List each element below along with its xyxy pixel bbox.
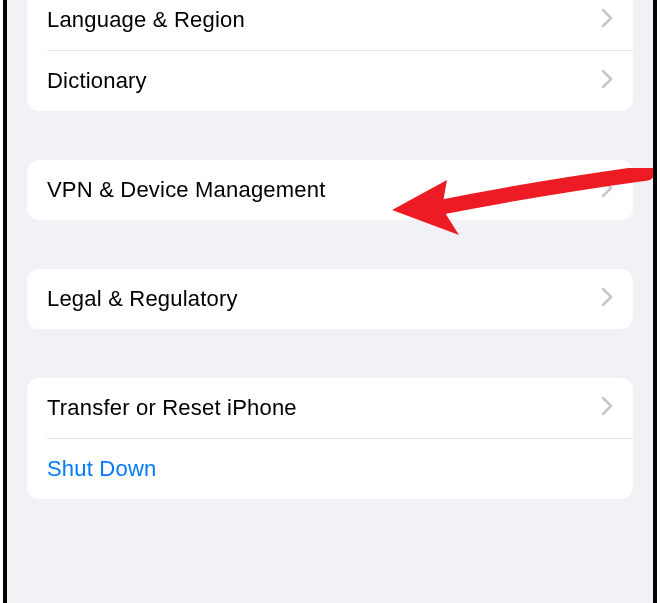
group-spacer bbox=[27, 111, 633, 160]
row-label: VPN & Device Management bbox=[47, 177, 326, 203]
chevron-right-icon bbox=[601, 287, 613, 311]
settings-group-legal: Legal & Regulatory bbox=[27, 269, 633, 329]
group-spacer bbox=[27, 329, 633, 378]
group-spacer bbox=[27, 220, 633, 269]
settings-group-general: Language & Region Dictionary bbox=[27, 0, 633, 111]
row-vpn-device-management[interactable]: VPN & Device Management bbox=[27, 160, 633, 220]
row-label: Transfer or Reset iPhone bbox=[47, 395, 297, 421]
row-label: Legal & Regulatory bbox=[47, 286, 238, 312]
chevron-right-icon bbox=[601, 8, 613, 32]
row-transfer-reset[interactable]: Transfer or Reset iPhone bbox=[27, 378, 633, 438]
settings-list: Language & Region Dictionary VPN & Devic… bbox=[7, 0, 653, 499]
chevron-right-icon bbox=[601, 69, 613, 93]
row-label: Language & Region bbox=[47, 7, 245, 33]
phone-frame: Language & Region Dictionary VPN & Devic… bbox=[3, 0, 657, 603]
row-dictionary[interactable]: Dictionary bbox=[47, 50, 633, 111]
chevron-right-icon bbox=[601, 178, 613, 202]
settings-group-vpn: VPN & Device Management bbox=[27, 160, 633, 220]
row-language-region[interactable]: Language & Region bbox=[27, 0, 633, 50]
settings-group-reset: Transfer or Reset iPhone Shut Down bbox=[27, 378, 633, 499]
row-shut-down[interactable]: Shut Down bbox=[47, 438, 633, 499]
row-label: Dictionary bbox=[47, 68, 147, 94]
chevron-right-icon bbox=[601, 396, 613, 420]
row-label: Shut Down bbox=[47, 456, 156, 482]
row-legal-regulatory[interactable]: Legal & Regulatory bbox=[27, 269, 633, 329]
